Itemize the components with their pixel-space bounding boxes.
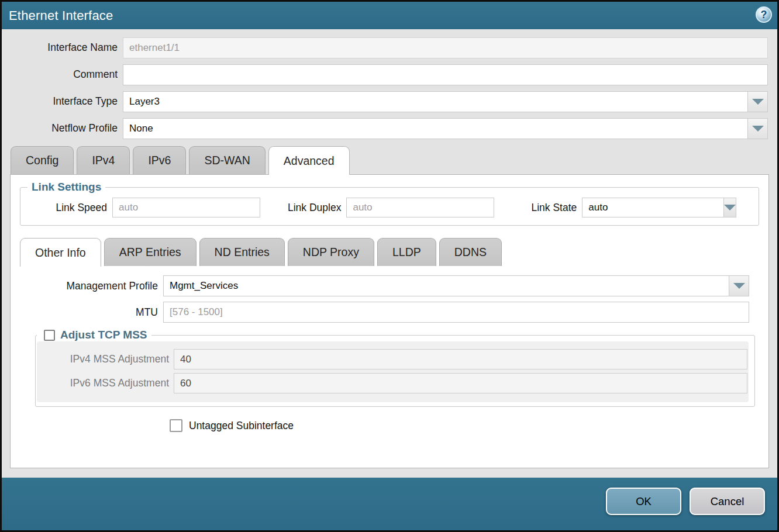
tab-config[interactable]: Config — [11, 146, 74, 174]
tab-advanced[interactable]: Advanced — [268, 146, 350, 175]
help-icon[interactable]: ? — [756, 6, 772, 23]
link-state-value[interactable] — [582, 198, 723, 217]
mtu-field[interactable] — [163, 302, 749, 323]
top-form: Interface Name Comment Interface Type Ne… — [2, 29, 777, 139]
management-profile-row: Management Profile — [11, 275, 768, 296]
link-state-dropdown[interactable] — [582, 198, 732, 217]
tab-ipv4[interactable]: IPv4 — [77, 146, 130, 174]
link-settings-legend: Link Settings — [27, 181, 105, 194]
comment-row: Comment — [2, 64, 768, 85]
ok-button[interactable]: OK — [606, 488, 681, 515]
dialog-body: Interface Name Comment Interface Type Ne… — [2, 29, 777, 479]
adjust-tcp-mss-checkbox[interactable] — [44, 330, 55, 341]
interface-type-row: Interface Type — [2, 91, 768, 112]
adjust-tcp-mss-legend: Adjust TCP MSS — [40, 329, 151, 341]
tab-ddns[interactable]: DDNS — [439, 238, 502, 266]
mtu-row: MTU — [11, 302, 768, 323]
link-settings-row: Link Speed Link Duplex Link State — [20, 198, 759, 217]
tab-arp-entries[interactable]: ARP Entries — [104, 238, 197, 266]
link-state-group: Link State — [531, 198, 732, 217]
interface-type-label: Interface Type — [2, 95, 118, 108]
chevron-down-icon — [752, 126, 764, 132]
ipv4-mss-row: IPv4 MSS Adjustment — [37, 349, 749, 369]
adjust-tcp-mss-label: Adjust TCP MSS — [60, 329, 147, 341]
other-info-panel: Management Profile MTU — [11, 275, 768, 432]
tab-lldp[interactable]: LLDP — [377, 238, 436, 266]
interface-name-label: Interface Name — [2, 42, 118, 54]
dialog-titlebar: Ethernet Interface ? — [2, 2, 777, 29]
advanced-tab-panel: Link Settings Link Speed Link Duplex Lin… — [10, 174, 769, 468]
footer-buttons: OK Cancel — [606, 488, 765, 515]
link-speed-label: Link Speed — [20, 202, 107, 214]
inner-tab-strip: Other Info ARP Entries ND Entries NDP Pr… — [11, 238, 768, 266]
link-duplex-field[interactable] — [346, 198, 494, 217]
netflow-profile-dropdown-button[interactable] — [747, 118, 768, 139]
comment-label: Comment — [2, 68, 118, 81]
netflow-profile-row: Netflow Profile — [2, 118, 768, 139]
management-profile-dropdown[interactable] — [163, 275, 749, 296]
ethernet-interface-dialog: Ethernet Interface ? Interface Name Comm… — [0, 0, 779, 532]
tab-other-info[interactable]: Other Info — [20, 238, 101, 267]
interface-type-value[interactable] — [123, 91, 747, 112]
interface-type-dropdown-button[interactable] — [747, 91, 768, 112]
dialog-footer: OK Cancel — [2, 478, 777, 530]
link-settings-fieldset: Link Settings Link Speed Link Duplex Lin… — [20, 181, 759, 226]
management-profile-value[interactable] — [163, 275, 729, 296]
netflow-profile-dropdown[interactable] — [123, 118, 768, 139]
tab-sdwan[interactable]: SD-WAN — [189, 146, 265, 174]
management-profile-dropdown-button[interactable] — [729, 275, 749, 296]
netflow-profile-label: Netflow Profile — [2, 122, 118, 134]
tab-nd-entries[interactable]: ND Entries — [199, 238, 285, 266]
ipv4-mss-field — [174, 349, 747, 369]
link-state-dropdown-button[interactable] — [723, 198, 736, 217]
main-tab-strip: Config IPv4 IPv6 SD-WAN Advanced — [2, 146, 777, 174]
link-speed-group: Link Speed — [20, 198, 260, 217]
interface-name-row: Interface Name — [2, 37, 768, 58]
tab-ndp-proxy[interactable]: NDP Proxy — [288, 238, 374, 266]
chevron-down-icon — [752, 99, 764, 105]
interface-name-field — [123, 37, 768, 58]
chevron-down-icon — [724, 205, 736, 210]
ipv6-mss-label: IPv6 MSS Adjustment — [37, 377, 169, 389]
chevron-down-icon — [733, 283, 745, 289]
link-duplex-label: Link Duplex — [288, 202, 341, 214]
ipv4-mss-label: IPv4 MSS Adjustment — [37, 353, 169, 365]
mss-disabled-box: IPv4 MSS Adjustment IPv6 MSS Adjustment — [37, 341, 749, 402]
tab-ipv6[interactable]: IPv6 — [133, 146, 186, 174]
interface-type-dropdown[interactable] — [123, 91, 768, 112]
ipv6-mss-field — [174, 373, 747, 393]
ipv6-mss-row: IPv6 MSS Adjustment — [37, 373, 749, 393]
untagged-subinterface-label: Untagged Subinterface — [189, 420, 294, 432]
management-profile-label: Management Profile — [11, 280, 158, 292]
untagged-subinterface-checkbox[interactable] — [170, 419, 182, 432]
link-duplex-group: Link Duplex — [288, 198, 494, 217]
link-state-label: Link State — [531, 202, 577, 214]
netflow-profile-value[interactable] — [123, 118, 747, 139]
untagged-subinterface-row: Untagged Subinterface — [170, 419, 768, 432]
comment-field[interactable] — [123, 64, 768, 85]
mtu-label: MTU — [11, 306, 158, 319]
dialog-title: Ethernet Interface — [9, 8, 113, 23]
adjust-tcp-mss-fieldset: Adjust TCP MSS IPv4 MSS Adjustment IPv6 … — [35, 329, 755, 407]
cancel-button[interactable]: Cancel — [690, 488, 765, 515]
link-speed-field[interactable] — [112, 198, 260, 217]
adjust-tcp-mss-legend-wrap: Adjust TCP MSS — [37, 329, 151, 341]
